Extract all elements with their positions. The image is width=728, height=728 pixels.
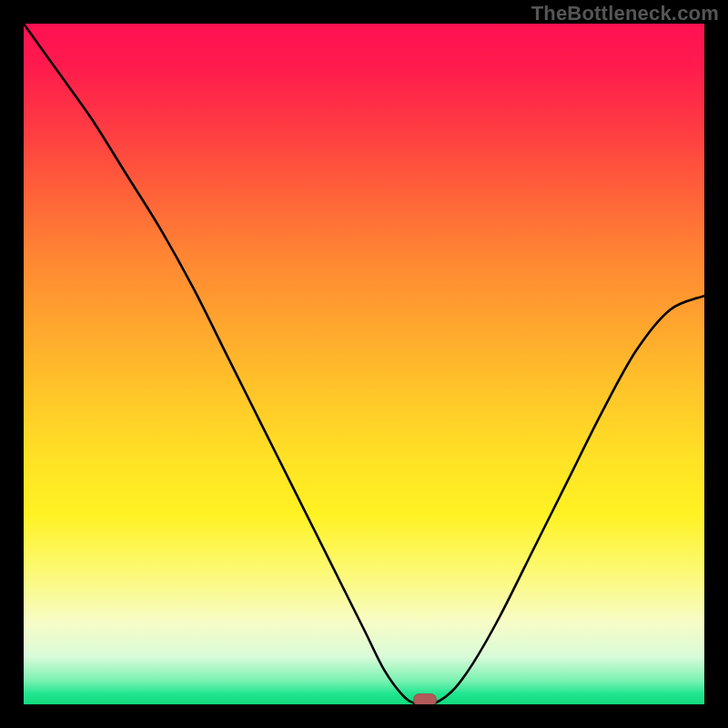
chart-frame: TheBottleneck.com	[0, 0, 728, 728]
bottleneck-curve	[24, 24, 704, 704]
optimum-marker	[413, 693, 437, 704]
watermark-label: TheBottleneck.com	[531, 2, 719, 25]
plot-area	[24, 24, 704, 704]
